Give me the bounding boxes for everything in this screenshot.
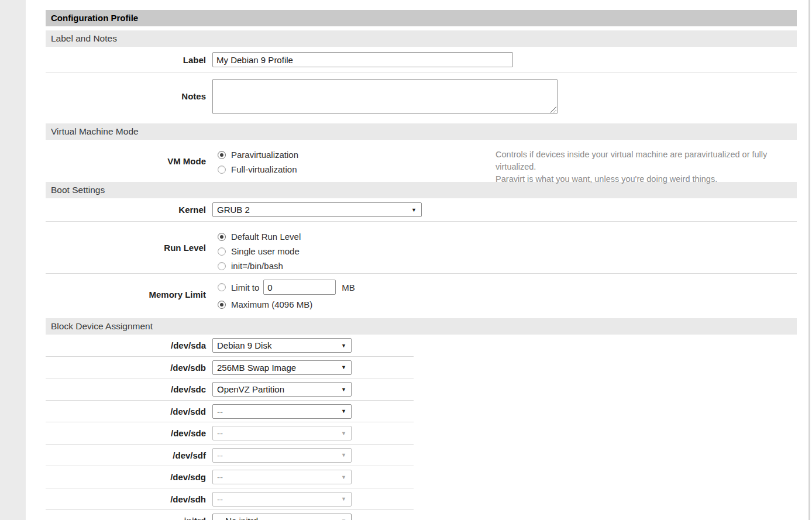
device-label: /dev/sda [46,340,206,350]
dropdown-arrow-icon: ▼ [341,364,346,370]
device-label: /dev/sdd [46,407,206,416]
dropdown-arrow-icon: ▼ [341,474,346,480]
device-label: /dev/sdg [46,472,206,482]
dropdown-arrow-icon: ▼ [341,431,346,436]
device-select-value: 256MB Swap Image [217,363,296,373]
device-row-sdf: /dev/sdf -- ▼ [46,445,797,467]
memory-limit-label: Memory Limit [46,290,206,299]
configuration-form: Configuration Profile Label and Notes La… [46,10,797,520]
radio-label[interactable]: Single user mode [231,246,300,256]
device-select-value: -- [217,472,223,482]
memory-unit-text: MB [342,283,355,292]
device-select-sdg: -- ▼ [212,470,352,484]
section-block-device-assignment: Block Device Assignment [46,318,797,335]
notes-textarea[interactable] [212,79,558,114]
memory-limit-option-maximum[interactable]: Maximum (4096 MB) [212,297,355,312]
device-row-sde: /dev/sde -- ▼ [46,422,797,445]
device-select-value: -- [217,407,223,416]
radio-full-virtualization[interactable] [218,166,226,174]
dropdown-arrow-icon: ▼ [341,452,346,458]
vm-mode-row: VM Mode Paravirtualization Full-virtuali… [46,140,797,182]
limit-to-text[interactable]: Limit to [231,283,259,292]
section-virtual-machine-mode: Virtual Machine Mode [46,123,797,140]
vm-mode-help-line1: Controls if devices inside your virtual … [496,149,797,173]
device-label: /dev/sdb [46,363,206,373]
device-row-sdd: /dev/sdd -- ▼ [46,401,797,423]
device-label: /dev/sdh [46,494,206,504]
device-select-value: -- [217,494,223,504]
kernel-select-value: GRUB 2 [217,205,250,215]
dropdown-arrow-icon: ▼ [341,387,346,392]
vm-mode-options: Paravirtualization Full-virtualization [212,140,298,177]
vm-mode-option-paravirtualization[interactable]: Paravirtualization [212,147,298,162]
device-select-value: -- [217,428,223,438]
notes-field-row: Notes [46,73,797,119]
dropdown-arrow-icon: ▼ [411,207,417,213]
device-label: initrd [46,516,206,520]
device-label: /dev/sdc [46,384,206,394]
memory-limit-option-limit[interactable]: Limit to MB [212,278,355,296]
label-field-row: Label [46,47,797,73]
device-select-sdc[interactable]: OpenVZ Partition ▼ [212,382,352,397]
run-level-option-default[interactable]: Default Run Level [212,229,301,244]
run-level-option-single-user[interactable]: Single user mode [212,244,301,259]
device-label: /dev/sdf [46,450,206,460]
label-field-label: Label [46,55,206,65]
dropdown-arrow-icon: ▼ [341,343,346,349]
radio-default-run-level[interactable] [218,233,226,241]
kernel-label: Kernel [46,205,206,215]
page-left-margin [0,0,26,520]
radio-limit-to[interactable] [218,283,226,291]
page-title: Configuration Profile [46,10,797,26]
run-level-option-init-bash[interactable]: init=/bin/bash [212,259,301,273]
device-label: /dev/sde [46,428,206,438]
radio-label[interactable]: Full-virtualization [231,164,297,174]
memory-limit-input[interactable] [263,280,336,295]
vm-mode-help-line2: Paravirt is what you want, unless you're… [496,173,797,185]
configuration-profile-page: Configuration Profile Label and Notes La… [0,0,812,520]
device-select-value: OpenVZ Partition [217,384,284,394]
dropdown-arrow-icon: ▼ [341,496,346,502]
memory-limit-row: Memory Limit Limit to MB Maximum (4096 M… [46,274,797,315]
device-row-sdh: /dev/sdh -- ▼ [46,488,797,511]
device-select-sdd[interactable]: -- ▼ [212,404,352,419]
radio-maximum[interactable] [218,301,226,309]
device-select-sdb[interactable]: 256MB Swap Image ▼ [212,360,352,375]
kernel-row: Kernel GRUB 2 ▼ [46,198,797,222]
device-row-sda: /dev/sda Debian 9 Disk ▼ [46,335,797,357]
device-select-sda[interactable]: Debian 9 Disk ▼ [212,338,352,353]
notes-field-label: Notes [46,91,206,101]
device-select-initrd[interactable]: -- No initrd -- ▼ [212,514,352,520]
vm-mode-option-full-virtualization[interactable]: Full-virtualization [212,162,298,177]
device-select-sdf: -- ▼ [212,448,352,463]
device-select-value: -- [217,450,223,460]
label-input[interactable] [212,52,513,67]
scrollbar[interactable] [808,0,810,520]
radio-init-bin-bash[interactable] [218,262,226,270]
device-row-initrd: initrd -- No initrd -- ▼ [46,510,797,520]
radio-paravirtualization[interactable] [218,151,226,159]
run-level-label: Run Level [46,243,206,253]
kernel-select[interactable]: GRUB 2 ▼ [212,202,422,217]
notes-textarea-wrapper [212,79,558,114]
device-row-sdb: /dev/sdb 256MB Swap Image ▼ [46,357,797,379]
memory-limit-options: Limit to MB Maximum (4096 MB) [212,274,355,312]
section-label-and-notes: Label and Notes [46,30,797,47]
radio-label[interactable]: init=/bin/bash [231,261,283,271]
run-level-row: Run Level Default Run Level Single user … [46,222,797,274]
device-row-sdg: /dev/sdg -- ▼ [46,466,797,488]
vm-mode-help-text: Controls if devices inside your virtual … [496,140,797,185]
radio-label[interactable]: Default Run Level [231,232,301,242]
vm-mode-label: VM Mode [46,156,206,166]
radio-single-user-mode[interactable] [218,247,226,256]
dropdown-arrow-icon: ▼ [341,408,346,414]
device-row-sdc: /dev/sdc OpenVZ Partition ▼ [46,378,797,401]
run-level-options: Default Run Level Single user mode init=… [212,222,301,273]
device-select-value: -- No initrd -- [217,516,266,520]
device-select-sdh: -- ▼ [212,492,352,507]
radio-label[interactable]: Maximum (4096 MB) [231,299,312,309]
radio-label[interactable]: Paravirtualization [231,150,298,160]
device-select-value: Debian 9 Disk [217,340,271,350]
device-select-sde: -- ▼ [212,426,352,440]
